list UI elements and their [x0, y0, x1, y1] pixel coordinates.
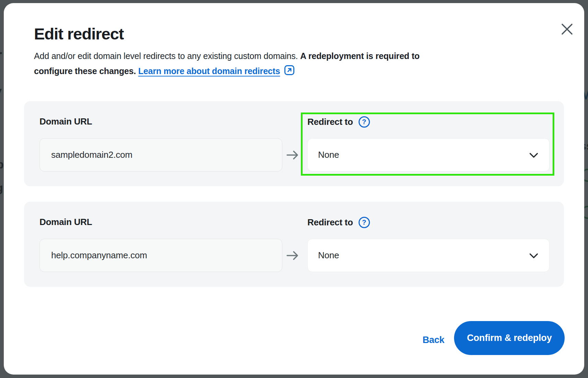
screen: r v ai b g M ss Edit redirect Add and/or…: [0, 0, 588, 378]
arrow-right-icon: [286, 149, 299, 162]
domain-url-label: Domain URL: [39, 116, 92, 127]
redirect-select-value: None: [308, 150, 339, 160]
learn-more-link[interactable]: Learn more about domain redirects: [138, 66, 295, 76]
redirect-row: Domain URL Redirect to ? None: [24, 101, 564, 186]
redirect-to-label: Redirect to ?: [307, 116, 370, 128]
chevron-down-icon: [529, 253, 538, 259]
description-text: Add and/or edit domain level redirects t…: [34, 51, 298, 61]
edit-redirect-modal: Edit redirect Add and/or edit domain lev…: [4, 3, 584, 375]
domain-url-input[interactable]: [39, 138, 282, 172]
chevron-down-icon: [529, 153, 538, 158]
domain-url-label: Domain URL: [39, 217, 92, 227]
redirect-row: Domain URL Redirect to ? None: [24, 202, 564, 287]
help-icon[interactable]: ?: [359, 217, 370, 228]
external-link-icon: [284, 65, 295, 75]
domain-url-input[interactable]: [39, 239, 282, 272]
arrow-right-icon: [286, 249, 299, 262]
modal-title: Edit redirect: [34, 24, 124, 43]
help-icon[interactable]: ?: [359, 116, 370, 128]
close-icon: [561, 23, 574, 36]
modal-description: Add and/or edit domain level redirects t…: [34, 48, 446, 79]
redirect-select[interactable]: None: [307, 138, 550, 172]
confirm-redeploy-button[interactable]: Confirm & redeploy: [454, 321, 565, 355]
redirect-to-label: Redirect to ?: [307, 217, 370, 228]
redirect-select-value: None: [308, 250, 339, 261]
learn-more-label: Learn more about domain redirects: [138, 66, 280, 76]
redirect-select[interactable]: None: [307, 239, 550, 272]
close-button[interactable]: [556, 18, 578, 40]
back-button[interactable]: Back: [415, 330, 452, 350]
